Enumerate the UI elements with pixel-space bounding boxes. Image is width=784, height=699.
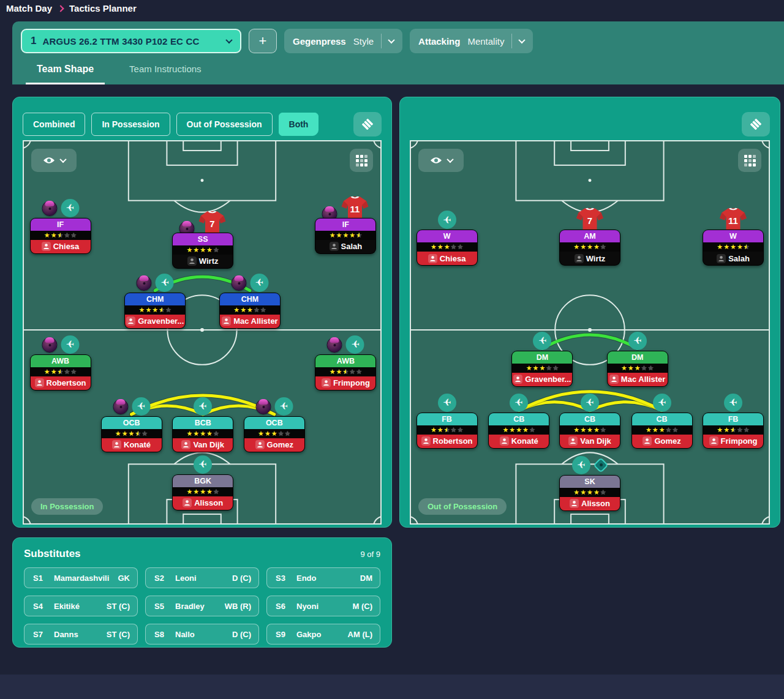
formation-diamond-button[interactable] [742, 112, 770, 136]
star-icon: ★ [213, 247, 219, 253]
star-icon: ★ [258, 430, 264, 437]
player-card-chiesa[interactable]: W★★★★★Chiesa [417, 230, 478, 266]
player-card-salah[interactable]: W★★★★★★Salah [703, 230, 764, 266]
player-card-mac-allister[interactable]: CHM★★★★★Mac Allister [219, 293, 281, 329]
visibility-dropdown-button[interactable] [31, 149, 77, 172]
plane-icon: ✈ [132, 397, 150, 416]
player-card-salah[interactable]: IF★★★★★★Salah [315, 218, 376, 254]
star-rating: ★★★★★ [512, 364, 572, 373]
player-card-alisson[interactable]: BGK★★★★★Alisson [172, 474, 233, 510]
player-face-icon [717, 254, 726, 263]
substitute-s4[interactable]: S4EkitikéST (C) [24, 596, 138, 616]
star-icon: ★★ [342, 368, 349, 375]
player-card-van-dijk[interactable]: CB★★★★★Van Dijk [559, 413, 620, 449]
sub-slot: S5 [154, 602, 170, 611]
breadcrumb-match-day[interactable]: Match Day [6, 3, 52, 13]
player-card-robertson[interactable]: AWB★★★★★★Robertson [30, 354, 91, 391]
star-icon: ★★ [58, 232, 64, 239]
role-label: CHM [125, 293, 185, 305]
tab-team-instructions[interactable]: Team Instructions [128, 55, 203, 84]
formation-diamond-button[interactable] [353, 112, 382, 136]
role-label: BGK [173, 475, 233, 487]
star-icon: ★ [64, 232, 70, 239]
pitch-out-of-possession[interactable]: Out of Possession✈W★★★★★Chiesa7AM★★★★★Wi… [410, 140, 770, 525]
star-icon: ★ [200, 430, 206, 437]
star-rating: ★★★★★ [489, 425, 549, 435]
filter-in-possession[interactable]: In Possession [91, 113, 170, 136]
player-status-icons: ✈ [628, 332, 647, 350]
player-card-chiesa[interactable]: IF★★★★★★Chiesa [30, 218, 91, 254]
grid-view-button[interactable] [350, 149, 373, 172]
ball-icon [113, 399, 128, 414]
sub-name: Gakpo [296, 630, 348, 639]
star-icon: ★ [652, 427, 658, 433]
star-icon: ★ [330, 368, 336, 375]
svg-text:7: 7 [587, 215, 592, 226]
visibility-dropdown-button[interactable] [418, 149, 464, 172]
pitch-in-possession[interactable]: In Possession✈IF★★★★★★Chiesa7SS★★★★★Wirt… [23, 140, 382, 525]
substitute-s6[interactable]: S6NyoniM (C) [266, 596, 380, 616]
player-card-konat-[interactable]: CB★★★★★Konaté [488, 413, 549, 449]
player-card-konat-[interactable]: OCB★★★★★★Konaté [101, 416, 162, 452]
star-icon: ★ [580, 489, 586, 496]
role-label: CB [632, 413, 692, 425]
substitute-s3[interactable]: S3EndoDM [266, 567, 380, 588]
player-card-gomez[interactable]: OCB★★★★★Gomez [244, 416, 305, 452]
ball-icon [42, 201, 57, 216]
player-face-icon [112, 440, 121, 449]
star-icon: ★ [580, 244, 586, 250]
filter-out-of-possession[interactable]: Out of Possession [176, 113, 273, 136]
star-icon: ★ [70, 368, 77, 375]
substitute-s5[interactable]: S5BradleyWB (R) [145, 596, 259, 616]
player-face-icon [181, 440, 190, 449]
tactic-controls-row: 1 ARGUS 26.2 TTM 3430 P102 EC CC + Gegen… [12, 21, 784, 55]
star-icon: ★ [451, 427, 457, 433]
filter-combined[interactable]: Combined [23, 113, 85, 136]
star-icon: ★ [165, 307, 172, 313]
player-card-robertson[interactable]: FB★★★★★★Robertson [417, 413, 478, 449]
player-name: Alisson [173, 496, 233, 510]
player-card-wirtz[interactable]: AM★★★★★Wirtz [559, 230, 620, 266]
filter-both[interactable]: Both [279, 113, 319, 136]
pitch-panel-out-of-possession: Out of Possession✈W★★★★★Chiesa7AM★★★★★Wi… [399, 97, 780, 528]
star-rating: ★★★★★★ [703, 242, 763, 252]
add-tactic-button[interactable]: + [249, 29, 277, 53]
substitutes-grid: S1MamardashviliGKS2LeoniD (C)S3EndoDMS4E… [24, 567, 380, 645]
mentality-dropdown[interactable]: Attacking Mentality [410, 29, 533, 53]
player-card-van-dijk[interactable]: BCB★★★★★Van Dijk [172, 416, 233, 452]
star-icon: ★ [186, 430, 192, 437]
tab-team-shape[interactable]: Team Shape [26, 55, 105, 84]
star-icon: ★ [437, 427, 443, 433]
star-icon: ★ [516, 427, 522, 433]
player-card-gomez[interactable]: CB★★★★★Gomez [631, 413, 693, 449]
tactic-selector-dropdown[interactable]: 1 ARGUS 26.2 TTM 3430 P102 EC CC [21, 29, 241, 53]
sub-position: ST (C) [107, 602, 130, 611]
star-icon: ★ [529, 427, 535, 433]
plane-icon: ✈ [438, 211, 456, 229]
role-label: SK [560, 476, 620, 488]
tab-bar: Team Shape Team Instructions [12, 55, 784, 84]
player-card-frimpong[interactable]: AWB★★★★★★Frimpong [315, 354, 376, 391]
role-label: OCB [244, 417, 304, 429]
substitute-s7[interactable]: S7DannsST (C) [24, 624, 138, 645]
player-card-gravenber-[interactable]: DM★★★★★Gravenber... [511, 351, 573, 387]
player-card-frimpong[interactable]: FB★★★★★★Frimpong [703, 413, 764, 449]
substitute-s1[interactable]: S1MamardashviliGK [24, 567, 138, 588]
style-dropdown[interactable]: Gegenpress Style [284, 29, 402, 53]
player-card-gravenber-[interactable]: CHM★★★★★★Gravenber... [124, 293, 186, 329]
star-icon: ★ [539, 365, 545, 372]
grid-view-button[interactable] [738, 149, 761, 172]
star-icon: ★ [431, 244, 437, 250]
sub-slot: S4 [33, 602, 49, 611]
sub-name: Nyoni [296, 602, 353, 611]
ball-icon [42, 337, 57, 353]
star-icon: ★ [646, 427, 652, 433]
substitute-s2[interactable]: S2LeoniD (C) [145, 567, 259, 588]
substitute-s9[interactable]: S9GakpoAM (L) [266, 624, 380, 645]
player-card-wirtz[interactable]: SS★★★★★Wirtz [172, 233, 233, 269]
star-icon: ★ [594, 244, 600, 250]
substitute-s8[interactable]: S8NalloD (C) [145, 624, 259, 645]
star-icon: ★ [573, 244, 579, 250]
player-card-alisson[interactable]: SK★★★★★Alisson [559, 475, 620, 511]
player-card-mac-allister[interactable]: DM★★★★★Mac Allister [607, 351, 668, 387]
